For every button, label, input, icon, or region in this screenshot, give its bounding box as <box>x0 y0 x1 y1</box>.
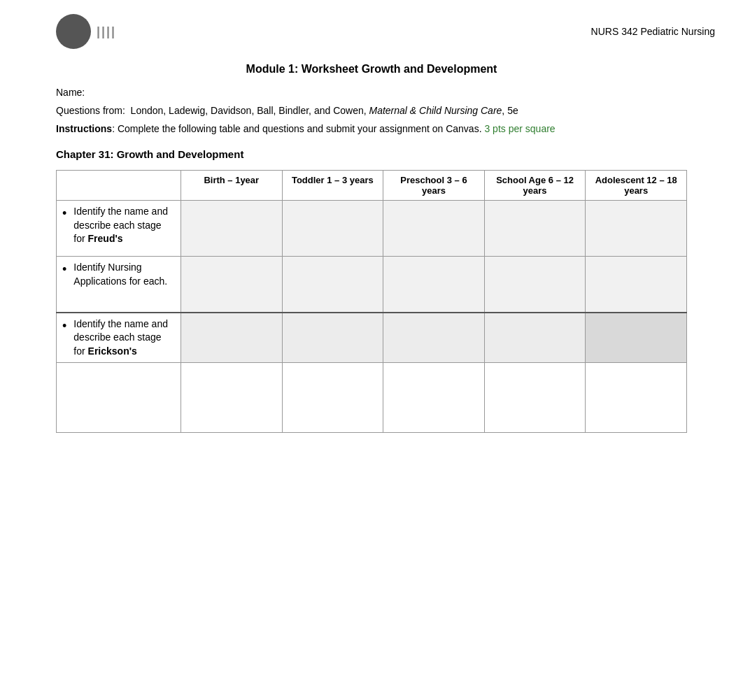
nursing-preschool-cell[interactable] <box>383 257 485 313</box>
erickson-preschool-cell[interactable] <box>383 313 485 363</box>
bullet-erickson: • <box>62 319 66 334</box>
pts-per-square: 3 pts per square <box>484 123 555 134</box>
logo-icon <box>56 14 91 49</box>
bottom-adolescent-cell[interactable] <box>586 363 687 433</box>
bottom-label-cell <box>57 363 181 433</box>
erickson-school-cell[interactable] <box>484 313 586 363</box>
instructions-label: Instructions <box>56 123 112 134</box>
name-field: Name: <box>56 87 687 98</box>
instructions-text: : Complete the following table and quest… <box>112 123 481 134</box>
freud-label-text: Identify the name and describe each stag… <box>73 205 175 246</box>
col-header-label <box>57 171 181 201</box>
col-header-preschool: Preschool 3 – 6 years <box>383 171 485 201</box>
course-title: NURS 342 Pediatric Nursing <box>591 26 715 37</box>
page-header: |||| NURS 342 Pediatric Nursing <box>0 0 743 56</box>
module-title: Module 1: Worksheet Growth and Developme… <box>56 63 687 76</box>
row-label-erickson: • Identify the name and describe each st… <box>57 313 181 363</box>
nursing-adolescent-cell[interactable] <box>586 257 687 313</box>
bullet-nursing: • <box>62 262 66 277</box>
row-label-nursing: • Identify Nursing Applications for each… <box>57 257 181 313</box>
questions-from-field: Questions from: London, Ladewig, Davidso… <box>56 105 687 116</box>
nursing-label-text: Identify Nursing Applications for each. <box>73 261 175 288</box>
book-title: Maternal & Child Nursing Care <box>369 105 502 116</box>
table-row-nursing: • Identify Nursing Applications for each… <box>57 257 687 313</box>
col-header-school-age: School Age 6 – 12 years <box>484 171 586 201</box>
col-header-adolescent: Adolescent 12 – 18 years <box>586 171 687 201</box>
bullet-freud: • <box>62 206 66 221</box>
questions-authors: London, Ladewig, Davidson, Ball, Bindler… <box>131 105 367 116</box>
bottom-birth-cell[interactable] <box>181 363 282 433</box>
main-content: Module 1: Worksheet Growth and Developme… <box>0 56 743 461</box>
chapter-title: Chapter 31: Growth and Development <box>56 148 687 160</box>
table-row-bottom <box>57 363 687 433</box>
name-label: Name: <box>56 87 85 98</box>
table-row-erickson: • Identify the name and describe each st… <box>57 313 687 363</box>
freud-preschool-cell[interactable] <box>383 201 485 257</box>
bottom-toddler-cell[interactable] <box>282 363 383 433</box>
instructions-line: Instructions: Complete the following tab… <box>56 123 687 134</box>
worksheet-table: Birth – 1year Toddler 1 – 3 years Presch… <box>56 170 687 433</box>
book-edition: , 5e <box>502 105 518 116</box>
bottom-school-cell[interactable] <box>484 363 586 433</box>
col-header-birth: Birth – 1year <box>181 171 282 201</box>
erickson-adolescent-cell[interactable] <box>586 313 687 363</box>
nursing-birth-cell[interactable] <box>181 257 282 313</box>
erickson-label-text: Identify the name and describe each stag… <box>73 317 175 359</box>
freud-birth-cell[interactable] <box>181 201 282 257</box>
col-header-toddler: Toddler 1 – 3 years <box>282 171 383 201</box>
freud-school-cell[interactable] <box>484 201 586 257</box>
nursing-school-cell[interactable] <box>484 257 586 313</box>
table-header-row: Birth – 1year Toddler 1 – 3 years Presch… <box>57 171 687 201</box>
row-label-freud: • Identify the name and describe each st… <box>57 201 181 257</box>
erickson-toddler-cell[interactable] <box>282 313 383 363</box>
logo-text: |||| <box>97 24 116 39</box>
logo-area: |||| <box>56 14 116 49</box>
nursing-toddler-cell[interactable] <box>282 257 383 313</box>
table-row-freud: • Identify the name and describe each st… <box>57 201 687 257</box>
bottom-preschool-cell[interactable] <box>383 363 485 433</box>
freud-adolescent-cell[interactable] <box>586 201 687 257</box>
freud-toddler-cell[interactable] <box>282 201 383 257</box>
questions-label: Questions from: <box>56 105 125 116</box>
erickson-birth-cell[interactable] <box>181 313 282 363</box>
